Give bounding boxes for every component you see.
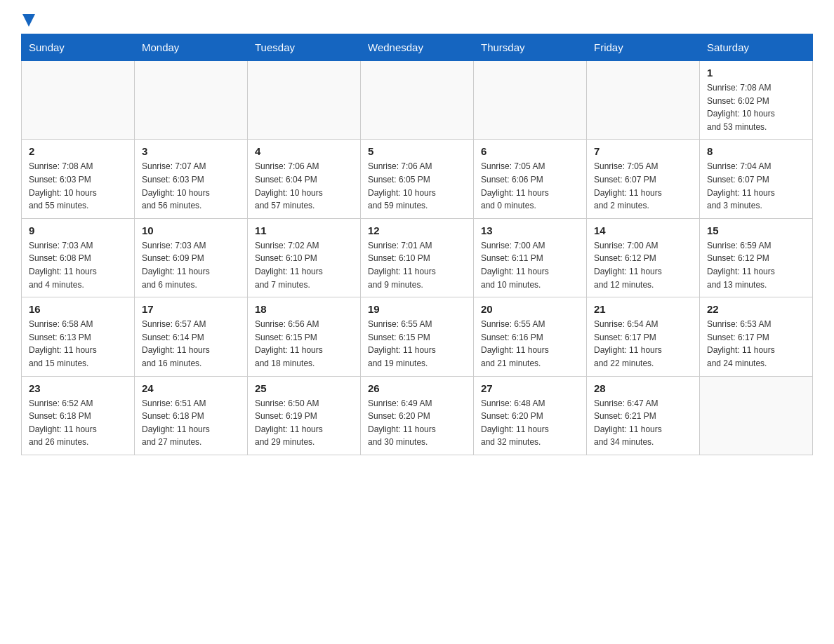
calendar-cell: 14Sunrise: 7:00 AMSunset: 6:12 PMDayligh…	[587, 218, 700, 297]
day-header-tuesday: Tuesday	[248, 34, 361, 61]
day-info: Sunrise: 6:58 AMSunset: 6:13 PMDaylight:…	[29, 318, 127, 370]
calendar-body: 1Sunrise: 7:08 AMSunset: 6:02 PMDaylight…	[22, 61, 813, 455]
day-number: 9	[29, 224, 127, 236]
calendar-cell: 12Sunrise: 7:01 AMSunset: 6:10 PMDayligh…	[361, 218, 474, 297]
calendar-cell: 27Sunrise: 6:48 AMSunset: 6:20 PMDayligh…	[474, 376, 587, 455]
day-number: 6	[481, 145, 579, 157]
day-info: Sunrise: 6:55 AMSunset: 6:16 PMDaylight:…	[481, 318, 579, 370]
calendar-cell: 16Sunrise: 6:58 AMSunset: 6:13 PMDayligh…	[22, 297, 135, 376]
day-number: 26	[368, 382, 466, 394]
day-info: Sunrise: 7:06 AMSunset: 6:04 PMDaylight:…	[255, 160, 353, 212]
week-row-4: 16Sunrise: 6:58 AMSunset: 6:13 PMDayligh…	[22, 297, 813, 376]
day-info: Sunrise: 6:53 AMSunset: 6:17 PMDaylight:…	[707, 318, 805, 370]
day-number: 28	[594, 382, 692, 394]
day-info: Sunrise: 6:48 AMSunset: 6:20 PMDaylight:…	[481, 397, 579, 449]
day-header-friday: Friday	[587, 34, 700, 61]
day-number: 12	[368, 224, 466, 236]
calendar-cell: 25Sunrise: 6:50 AMSunset: 6:19 PMDayligh…	[248, 376, 361, 455]
day-info: Sunrise: 6:56 AMSunset: 6:15 PMDaylight:…	[255, 318, 353, 370]
day-info: Sunrise: 7:06 AMSunset: 6:05 PMDaylight:…	[368, 160, 466, 212]
day-info: Sunrise: 6:50 AMSunset: 6:19 PMDaylight:…	[255, 397, 353, 449]
day-number: 5	[368, 145, 466, 157]
calendar-cell: 2Sunrise: 7:08 AMSunset: 6:03 PMDaylight…	[22, 140, 135, 218]
day-number: 4	[255, 145, 353, 157]
day-header-thursday: Thursday	[474, 34, 587, 61]
day-number: 1	[707, 67, 805, 79]
calendar-cell	[248, 61, 361, 140]
calendar-cell	[474, 61, 587, 140]
day-header-wednesday: Wednesday	[361, 34, 474, 61]
week-row-1: 1Sunrise: 7:08 AMSunset: 6:02 PMDaylight…	[22, 61, 813, 140]
day-info: Sunrise: 6:57 AMSunset: 6:14 PMDaylight:…	[142, 318, 240, 370]
day-number: 15	[707, 224, 805, 236]
day-number: 25	[255, 382, 353, 394]
calendar-cell: 6Sunrise: 7:05 AMSunset: 6:06 PMDaylight…	[474, 140, 587, 218]
calendar-cell: 18Sunrise: 6:56 AMSunset: 6:15 PMDayligh…	[248, 297, 361, 376]
calendar-cell: 23Sunrise: 6:52 AMSunset: 6:18 PMDayligh…	[22, 376, 135, 455]
day-info: Sunrise: 7:02 AMSunset: 6:10 PMDaylight:…	[255, 239, 353, 291]
day-number: 16	[29, 303, 127, 315]
day-number: 20	[481, 303, 579, 315]
logo	[21, 14, 35, 27]
calendar-cell	[135, 61, 248, 140]
calendar-cell: 3Sunrise: 7:07 AMSunset: 6:03 PMDaylight…	[135, 140, 248, 218]
calendar-cell: 15Sunrise: 6:59 AMSunset: 6:12 PMDayligh…	[700, 218, 813, 297]
calendar-cell	[587, 61, 700, 140]
calendar-cell	[700, 376, 813, 455]
calendar-cell: 21Sunrise: 6:54 AMSunset: 6:17 PMDayligh…	[587, 297, 700, 376]
day-number: 7	[594, 145, 692, 157]
calendar-cell: 11Sunrise: 7:02 AMSunset: 6:10 PMDayligh…	[248, 218, 361, 297]
day-number: 22	[707, 303, 805, 315]
calendar-cell: 4Sunrise: 7:06 AMSunset: 6:04 PMDaylight…	[248, 140, 361, 218]
day-number: 21	[594, 303, 692, 315]
calendar-cell: 20Sunrise: 6:55 AMSunset: 6:16 PMDayligh…	[474, 297, 587, 376]
calendar-cell	[361, 61, 474, 140]
logo-triangle-icon	[22, 14, 35, 27]
day-info: Sunrise: 7:05 AMSunset: 6:06 PMDaylight:…	[481, 160, 579, 212]
day-number: 3	[142, 145, 240, 157]
day-number: 13	[481, 224, 579, 236]
day-number: 17	[142, 303, 240, 315]
day-number: 18	[255, 303, 353, 315]
calendar-cell: 13Sunrise: 7:00 AMSunset: 6:11 PMDayligh…	[474, 218, 587, 297]
calendar-cell: 1Sunrise: 7:08 AMSunset: 6:02 PMDaylight…	[700, 61, 813, 140]
calendar-cell: 19Sunrise: 6:55 AMSunset: 6:15 PMDayligh…	[361, 297, 474, 376]
day-info: Sunrise: 7:00 AMSunset: 6:11 PMDaylight:…	[481, 239, 579, 291]
day-header-sunday: Sunday	[22, 34, 135, 61]
day-info: Sunrise: 7:03 AMSunset: 6:09 PMDaylight:…	[142, 239, 240, 291]
calendar-cell: 7Sunrise: 7:05 AMSunset: 6:07 PMDaylight…	[587, 140, 700, 218]
calendar-cell: 17Sunrise: 6:57 AMSunset: 6:14 PMDayligh…	[135, 297, 248, 376]
calendar-header: SundayMondayTuesdayWednesdayThursdayFrid…	[22, 34, 813, 61]
day-number: 24	[142, 382, 240, 394]
day-info: Sunrise: 7:04 AMSunset: 6:07 PMDaylight:…	[707, 160, 805, 212]
svg-marker-0	[22, 14, 35, 27]
calendar-cell	[22, 61, 135, 140]
day-info: Sunrise: 7:01 AMSunset: 6:10 PMDaylight:…	[368, 239, 466, 291]
day-header-monday: Monday	[135, 34, 248, 61]
day-info: Sunrise: 6:52 AMSunset: 6:18 PMDaylight:…	[29, 397, 127, 449]
day-info: Sunrise: 7:07 AMSunset: 6:03 PMDaylight:…	[142, 160, 240, 212]
week-row-5: 23Sunrise: 6:52 AMSunset: 6:18 PMDayligh…	[22, 376, 813, 455]
week-row-3: 9Sunrise: 7:03 AMSunset: 6:08 PMDaylight…	[22, 218, 813, 297]
calendar-cell: 28Sunrise: 6:47 AMSunset: 6:21 PMDayligh…	[587, 376, 700, 455]
day-info: Sunrise: 7:03 AMSunset: 6:08 PMDaylight:…	[29, 239, 127, 291]
day-info: Sunrise: 6:51 AMSunset: 6:18 PMDaylight:…	[142, 397, 240, 449]
calendar-cell: 8Sunrise: 7:04 AMSunset: 6:07 PMDaylight…	[700, 140, 813, 218]
day-number: 10	[142, 224, 240, 236]
day-info: Sunrise: 7:08 AMSunset: 6:03 PMDaylight:…	[29, 160, 127, 212]
day-number: 27	[481, 382, 579, 394]
day-info: Sunrise: 6:47 AMSunset: 6:21 PMDaylight:…	[594, 397, 692, 449]
day-header-row: SundayMondayTuesdayWednesdayThursdayFrid…	[22, 34, 813, 61]
day-number: 8	[707, 145, 805, 157]
day-info: Sunrise: 6:59 AMSunset: 6:12 PMDaylight:…	[707, 239, 805, 291]
day-info: Sunrise: 6:49 AMSunset: 6:20 PMDaylight:…	[368, 397, 466, 449]
calendar-cell: 9Sunrise: 7:03 AMSunset: 6:08 PMDaylight…	[22, 218, 135, 297]
day-info: Sunrise: 6:55 AMSunset: 6:15 PMDaylight:…	[368, 318, 466, 370]
calendar-table: SundayMondayTuesdayWednesdayThursdayFrid…	[21, 34, 813, 455]
calendar-cell: 24Sunrise: 6:51 AMSunset: 6:18 PMDayligh…	[135, 376, 248, 455]
day-info: Sunrise: 7:00 AMSunset: 6:12 PMDaylight:…	[594, 239, 692, 291]
day-number: 11	[255, 224, 353, 236]
day-number: 19	[368, 303, 466, 315]
calendar-cell: 10Sunrise: 7:03 AMSunset: 6:09 PMDayligh…	[135, 218, 248, 297]
calendar-cell: 26Sunrise: 6:49 AMSunset: 6:20 PMDayligh…	[361, 376, 474, 455]
